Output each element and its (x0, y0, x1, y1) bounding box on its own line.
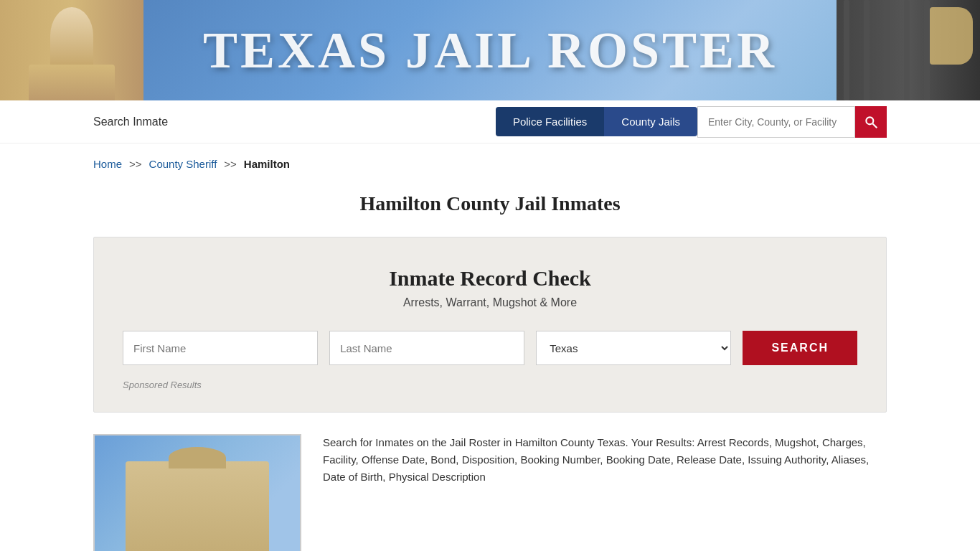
bottom-section: Search for Inmates on the Jail Roster in… (0, 413, 980, 551)
first-name-input[interactable] (123, 331, 318, 365)
search-inmate-label: Search Inmate (93, 116, 168, 128)
breadcrumb-sep-1: >> (129, 158, 142, 170)
police-facilities-button[interactable]: Police Facilities (496, 107, 604, 136)
breadcrumb-home[interactable]: Home (93, 158, 122, 170)
state-select[interactable]: TexasAlabamaAlaskaArizonaArkansasCalifor… (536, 331, 731, 365)
breadcrumb-current: Hamilton (244, 158, 290, 170)
record-check-subtitle: Arrests, Warrant, Mugshot & More (123, 296, 857, 309)
record-check-section: Inmate Record Check Arrests, Warrant, Mu… (93, 237, 887, 413)
breadcrumb-sep-2: >> (224, 158, 237, 170)
nav-bar: Search Inmate Police Facilities County J… (0, 100, 980, 143)
page-title: Hamilton County Jail Inmates (0, 192, 980, 215)
svg-line-1 (873, 123, 877, 128)
header-right-image (837, 0, 980, 100)
header-banner: Texas Jail Roster (0, 0, 980, 100)
courthouse-image (93, 434, 301, 551)
last-name-input[interactable] (329, 331, 524, 365)
record-check-title: Inmate Record Check (123, 266, 857, 291)
building-illustration (126, 461, 269, 551)
search-icon (864, 115, 878, 129)
county-jails-button[interactable]: County Jails (604, 107, 697, 136)
svg-point-0 (866, 117, 873, 124)
sponsored-results-label: Sponsored Results (123, 380, 857, 390)
facility-search-button[interactable] (855, 106, 887, 138)
inmate-search-form: TexasAlabamaAlaskaArizonaArkansasCalifor… (123, 331, 857, 365)
breadcrumb: Home >> County Sheriff >> Hamilton (0, 143, 980, 178)
site-title: Texas Jail Roster (203, 21, 777, 80)
inmate-search-button[interactable]: SEARCH (743, 331, 857, 365)
facility-buttons: Police Facilities County Jails (496, 107, 697, 136)
page-title-section: Hamilton County Jail Inmates (0, 178, 980, 237)
capitol-image (14, 7, 129, 100)
facility-search-input[interactable] (697, 106, 855, 138)
breadcrumb-county-sheriff[interactable]: County Sheriff (149, 158, 217, 170)
description-text: Search for Inmates on the Jail Roster in… (323, 434, 887, 486)
header-title-area: Texas Jail Roster (143, 21, 837, 80)
keys-decoration (930, 7, 973, 65)
header-left-image (0, 0, 143, 100)
